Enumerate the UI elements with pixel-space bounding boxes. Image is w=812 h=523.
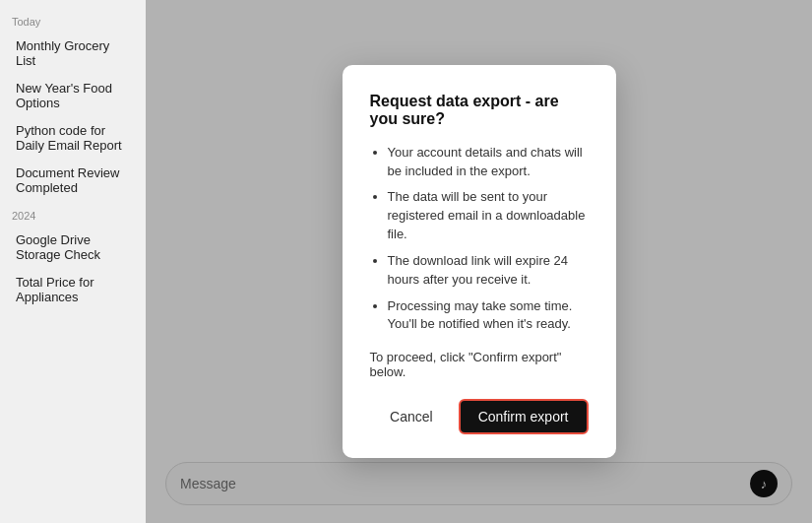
sidebar-item-food-options[interactable]: New Year's Food Options [4, 75, 142, 116]
modal-bullet-2: The data will be sent to your registered… [388, 188, 589, 244]
sidebar-item-appliances-price[interactable]: Total Price for Appliances [4, 269, 142, 310]
modal-bullet-3: The download link will expire 24 hours a… [388, 252, 589, 290]
sidebar-section-today: Today [0, 8, 146, 32]
confirm-export-button[interactable]: Confirm export [459, 399, 589, 434]
sidebar-section-2024: 2024 [0, 202, 146, 226]
modal-actions: Cancel Confirm export [370, 399, 589, 434]
sidebar-item-grocery-list[interactable]: Monthly Grocery List [4, 33, 142, 74]
sidebar-item-python-email[interactable]: Python code for Daily Email Report [4, 117, 142, 159]
cancel-button[interactable]: Cancel [374, 399, 449, 434]
sidebar-item-drive-storage[interactable]: Google Drive Storage Check [4, 227, 142, 268]
export-modal: Request data export - are you sure? Your… [343, 65, 616, 459]
modal-body: Your account details and chats will be i… [370, 144, 589, 335]
sidebar-item-doc-review[interactable]: Document Review Completed [4, 160, 142, 201]
modal-proceed-text: To proceed, click "Confirm export" below… [370, 350, 589, 379]
modal-bullet-1: Your account details and chats will be i… [388, 144, 589, 181]
main-content: What can I help with? ⊙ Analyze images M… [146, 0, 812, 523]
modal-title: Request data export - are you sure? [370, 93, 589, 128]
modal-overlay: Request data export - are you sure? Your… [146, 0, 812, 523]
modal-bullet-4: Processing may take some time. You'll be… [388, 297, 589, 335]
sidebar: Today Monthly Grocery List New Year's Fo… [0, 0, 146, 523]
